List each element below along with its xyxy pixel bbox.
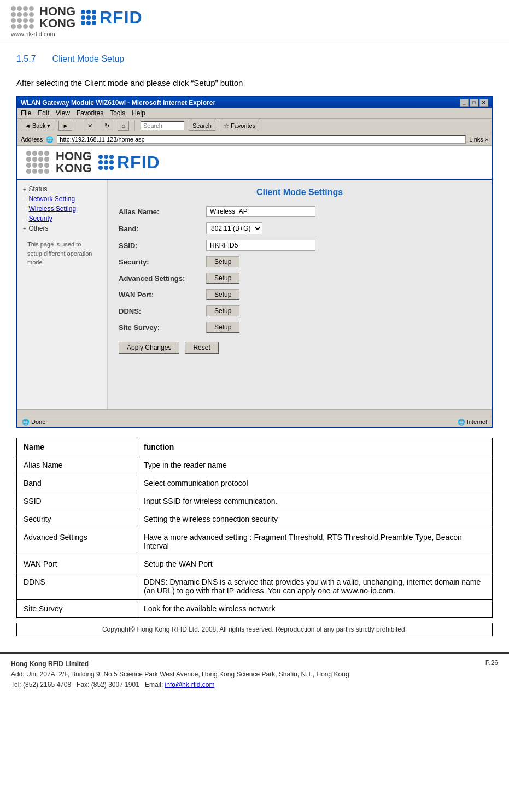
ie-site-logo-rfid-text: RFID	[117, 152, 160, 173]
ie-statusbar: 🌐 Done 🌐 Internet	[17, 417, 492, 427]
ie-window-controls: _ □ ✕	[460, 99, 488, 107]
sidebar-item-others[interactable]: + Others	[23, 225, 102, 232]
ie-stop-button[interactable]: ✕	[84, 121, 96, 131]
plus-icon: +	[23, 186, 26, 192]
logo-dots-icon	[11, 6, 34, 29]
band-select[interactable]: 802.11 (B+G) 802.11 (B) 802.11 (G)	[206, 222, 262, 234]
ie-refresh-button[interactable]: ↻	[101, 121, 113, 131]
survey-setup-button[interactable]: Setup	[206, 322, 239, 333]
ie-links-button[interactable]: Links »	[469, 136, 488, 143]
minus-icon3: −	[23, 215, 26, 222]
footer-address: Add: Unit 207A, 2/F, Building 9, No.5 Sc…	[11, 670, 349, 678]
ie-layout: + Status − Network Setting − Wireless Se…	[17, 180, 492, 409]
advanced-setup-button[interactable]: Setup	[206, 273, 239, 284]
footer-email-link[interactable]: info@hk-rfid.com	[165, 681, 215, 689]
ie-menu-file[interactable]: File	[21, 109, 31, 117]
ie-search-button[interactable]: Search	[189, 121, 215, 131]
ie-site-header: HONG KONG RFID	[17, 146, 492, 180]
ie-forward-button[interactable]: ►	[58, 121, 72, 131]
table-cell-wan-name: WAN Port	[17, 555, 137, 573]
ssid-value	[206, 240, 315, 251]
ie-body: HONG KONG RFID +	[17, 146, 492, 409]
sidebar-item-wireless[interactable]: − Wireless Setting	[23, 205, 102, 213]
sidebar-network-link[interactable]: Network Setting	[28, 195, 75, 203]
ie-back-button[interactable]: ◄ Back ▾	[21, 121, 54, 131]
table-cell-function-header: function	[137, 438, 493, 456]
table-row-band: Band Select communication protocol	[17, 474, 493, 492]
ie-search-input[interactable]	[141, 121, 184, 130]
table-row-alias: Alias Name Type in the reader name	[17, 456, 493, 474]
ie-form-ddns: DDNS: Setup	[119, 305, 481, 316]
ie-page-title: Client Mode Settings	[119, 187, 481, 197]
info-table: Name function Alias Name Type in the rea…	[16, 438, 493, 618]
ssid-input[interactable]	[206, 240, 315, 251]
ie-main-panel: Client Mode Settings Alias Name: Band:	[108, 180, 492, 409]
ie-maximize-button[interactable]: □	[470, 99, 478, 107]
ie-separator	[78, 120, 78, 131]
ie-scrollbar[interactable]	[17, 409, 492, 417]
sidebar-wireless-link[interactable]: Wireless Setting	[28, 205, 76, 213]
table-row-advanced: Advanced Settings Have a more advanced s…	[17, 528, 493, 555]
table-cell-ssid-function: Input SSID for wireless communication.	[137, 492, 493, 510]
ie-status-done: 🌐 Done	[22, 419, 45, 426]
ie-favorites-button[interactable]: ☆ Favorites	[220, 121, 259, 131]
sidebar-item-status[interactable]: + Status	[23, 185, 102, 193]
table-row-survey: Site Survey Look for the available wirel…	[17, 600, 493, 618]
ie-address-input[interactable]	[57, 135, 466, 144]
ie-toolbar: ◄ Back ▾ ► ✕ ↻ ⌂ Search ☆ Favorites	[17, 119, 492, 133]
footer-left: Hong Kong RFID Limited Add: Unit 207A, 2…	[11, 659, 349, 691]
sidebar-security-link[interactable]: Security	[28, 215, 52, 222]
ie-home-button[interactable]: ⌂	[118, 121, 129, 131]
logo-hk-text: HONG KONG	[39, 5, 75, 30]
apply-changes-button[interactable]: Apply Changes	[119, 342, 179, 354]
section-number: 1.5.7	[16, 54, 36, 64]
footer-company: Hong Kong RFID Limited	[11, 660, 89, 668]
table-cell-alias-name: Alias Name	[17, 456, 137, 474]
ie-menu-view[interactable]: View	[56, 109, 70, 117]
reset-button[interactable]: Reset	[185, 342, 218, 354]
ie-site-logo-rfid-dots-icon	[98, 155, 114, 170]
table-cell-security-function: Setting the wireless connection security	[137, 510, 493, 528]
ie-form-wan: WAN Port: Setup	[119, 289, 481, 300]
website-url: www.hk-rfid.com	[11, 31, 498, 37]
ie-form-band: Band: 802.11 (B+G) 802.11 (B) 802.11 (G)	[119, 222, 481, 234]
ie-menu-favorites[interactable]: Favorites	[77, 109, 103, 117]
table-cell-ddns-function: DDNS: Dynamic DNS is a service that prov…	[137, 573, 493, 600]
logo-rfid-text: RFID	[100, 8, 143, 28]
table-cell-alias-function: Type in the reader name	[137, 456, 493, 474]
ddns-setup-button[interactable]: Setup	[206, 305, 239, 316]
ie-minimize-button[interactable]: _	[460, 99, 469, 107]
ddns-value: Setup	[206, 305, 239, 316]
footer-tel: Tel: (852) 2165 4708	[11, 681, 71, 689]
sidebar-item-security[interactable]: − Security	[23, 215, 102, 222]
ie-menu-help[interactable]: Help	[132, 109, 145, 117]
plus-icon2: +	[23, 225, 26, 232]
alias-name-input[interactable]	[206, 206, 315, 217]
table-cell-name-header: Name	[17, 438, 137, 456]
wan-label: WAN Port:	[119, 291, 206, 299]
footer-page: P.26	[485, 659, 498, 667]
alias-name-label: Alias Name:	[119, 208, 206, 216]
survey-value: Setup	[206, 322, 239, 333]
logo-area: HONG KONG RFID	[11, 5, 498, 30]
section-title: Client Mode Setup	[52, 54, 125, 64]
advanced-label: Advanced Settings:	[119, 274, 206, 283]
ie-site-logo-dots-icon	[26, 151, 49, 174]
ie-close-button[interactable]: ✕	[479, 99, 488, 107]
ie-site-logo-hk: HONG KONG	[56, 150, 92, 174]
wan-setup-button[interactable]: Setup	[206, 289, 239, 300]
ie-form-alias-name: Alias Name:	[119, 206, 481, 217]
security-setup-button[interactable]: Setup	[206, 256, 239, 267]
ie-title-text: WLAN Gateway Module WIZ610wi - Microsoft…	[21, 99, 215, 107]
table-cell-ssid-name: SSID	[17, 492, 137, 510]
ie-addressbar: Address 🌐 Links »	[17, 133, 492, 146]
ie-form-advanced: Advanced Settings: Setup	[119, 273, 481, 284]
sidebar-status-label: Status	[28, 185, 47, 193]
sidebar-item-network[interactable]: − Network Setting	[23, 195, 102, 203]
table-cell-advanced-name: Advanced Settings	[17, 528, 137, 555]
ie-form-security: Security: Setup	[119, 256, 481, 267]
ie-menu-tools[interactable]: Tools	[110, 109, 125, 117]
ie-menu-edit[interactable]: Edit	[38, 109, 49, 117]
advanced-value: Setup	[206, 273, 239, 284]
intro-text: After selecting the Client mode and plea…	[16, 78, 493, 87]
